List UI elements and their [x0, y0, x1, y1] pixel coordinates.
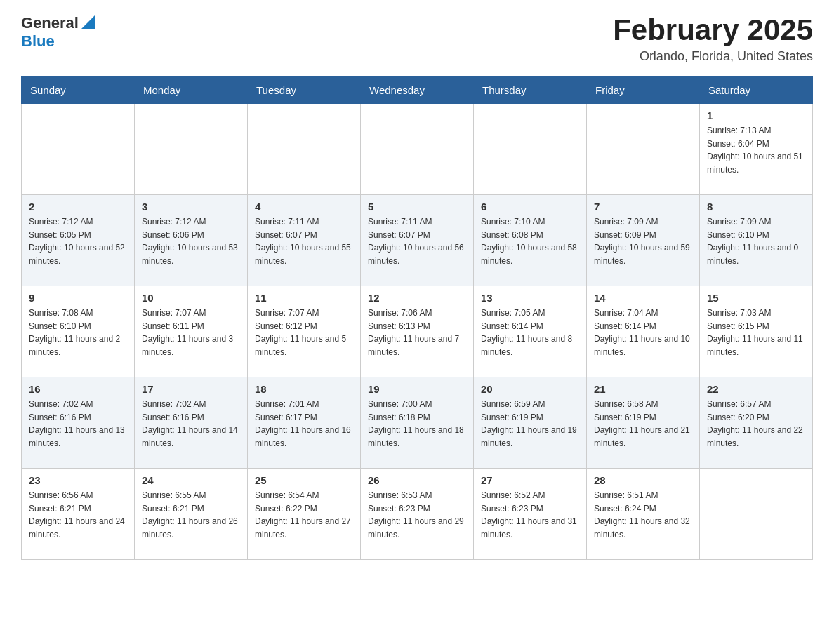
day-number: 8	[707, 201, 805, 213]
month-title: February 2025	[613, 14, 813, 46]
day-number: 22	[707, 383, 805, 395]
table-row: 3Sunrise: 7:12 AMSunset: 6:06 PMDaylight…	[135, 195, 248, 286]
header-friday: Friday	[587, 77, 700, 104]
calendar-week-row: 23Sunrise: 6:56 AMSunset: 6:21 PMDayligh…	[22, 469, 813, 560]
day-info: Sunrise: 7:05 AMSunset: 6:14 PMDaylight:…	[481, 307, 579, 358]
day-info: Sunrise: 7:00 AMSunset: 6:18 PMDaylight:…	[368, 398, 466, 450]
table-row: 1Sunrise: 7:13 AMSunset: 6:04 PMDaylight…	[700, 104, 813, 195]
day-info: Sunrise: 7:03 AMSunset: 6:15 PMDaylight:…	[707, 307, 805, 358]
table-row: 7Sunrise: 7:09 AMSunset: 6:09 PMDaylight…	[587, 195, 700, 286]
day-info: Sunrise: 7:13 AMSunset: 6:04 PMDaylight:…	[707, 124, 805, 176]
table-row: 14Sunrise: 7:04 AMSunset: 6:14 PMDayligh…	[587, 286, 700, 377]
table-row	[361, 104, 474, 195]
table-row	[22, 104, 135, 195]
table-row	[248, 104, 361, 195]
day-number: 17	[142, 383, 240, 395]
day-info: Sunrise: 7:07 AMSunset: 6:12 PMDaylight:…	[255, 307, 353, 358]
day-number: 2	[29, 201, 127, 213]
table-row: 28Sunrise: 6:51 AMSunset: 6:24 PMDayligh…	[587, 469, 700, 560]
day-info: Sunrise: 6:51 AMSunset: 6:24 PMDaylight:…	[594, 489, 692, 541]
table-row: 2Sunrise: 7:12 AMSunset: 6:05 PMDaylight…	[22, 195, 135, 286]
calendar-header-row: Sunday Monday Tuesday Wednesday Thursday…	[22, 77, 813, 104]
day-info: Sunrise: 7:12 AMSunset: 6:05 PMDaylight:…	[29, 215, 127, 267]
day-info: Sunrise: 6:55 AMSunset: 6:21 PMDaylight:…	[142, 489, 240, 541]
day-number: 26	[368, 474, 466, 486]
day-number: 27	[481, 474, 579, 486]
logo: General Blue	[21, 14, 95, 51]
header-wednesday: Wednesday	[361, 77, 474, 104]
table-row	[135, 104, 248, 195]
day-number: 9	[29, 292, 127, 304]
day-number: 3	[142, 201, 240, 213]
table-row: 26Sunrise: 6:53 AMSunset: 6:23 PMDayligh…	[361, 469, 474, 560]
day-number: 5	[368, 201, 466, 213]
day-info: Sunrise: 7:12 AMSunset: 6:06 PMDaylight:…	[142, 215, 240, 267]
day-number: 15	[707, 292, 805, 304]
day-number: 4	[255, 201, 353, 213]
day-number: 16	[29, 383, 127, 395]
table-row: 22Sunrise: 6:57 AMSunset: 6:20 PMDayligh…	[700, 377, 813, 469]
table-row: 18Sunrise: 7:01 AMSunset: 6:17 PMDayligh…	[248, 377, 361, 469]
day-number: 7	[594, 201, 692, 213]
day-info: Sunrise: 7:06 AMSunset: 6:13 PMDaylight:…	[368, 307, 466, 358]
day-number: 25	[255, 474, 353, 486]
title-section: February 2025 Orlando, Florida, United S…	[613, 14, 813, 64]
calendar-table: Sunday Monday Tuesday Wednesday Thursday…	[21, 76, 813, 560]
table-row	[587, 104, 700, 195]
table-row: 23Sunrise: 6:56 AMSunset: 6:21 PMDayligh…	[22, 469, 135, 560]
table-row: 12Sunrise: 7:06 AMSunset: 6:13 PMDayligh…	[361, 286, 474, 377]
day-number: 14	[594, 292, 692, 304]
day-info: Sunrise: 7:09 AMSunset: 6:10 PMDaylight:…	[707, 215, 805, 267]
day-info: Sunrise: 6:53 AMSunset: 6:23 PMDaylight:…	[368, 489, 466, 541]
day-info: Sunrise: 6:54 AMSunset: 6:22 PMDaylight:…	[255, 489, 353, 541]
day-number: 18	[255, 383, 353, 395]
day-number: 12	[368, 292, 466, 304]
table-row	[474, 104, 587, 195]
day-number: 28	[594, 474, 692, 486]
calendar-week-row: 1Sunrise: 7:13 AMSunset: 6:04 PMDaylight…	[22, 104, 813, 195]
logo-triangle-icon	[81, 15, 95, 29]
day-number: 21	[594, 383, 692, 395]
day-info: Sunrise: 7:08 AMSunset: 6:10 PMDaylight:…	[29, 307, 127, 358]
logo-general-text: General	[21, 14, 79, 32]
calendar-week-row: 2Sunrise: 7:12 AMSunset: 6:05 PMDaylight…	[22, 195, 813, 286]
day-number: 6	[481, 201, 579, 213]
table-row: 8Sunrise: 7:09 AMSunset: 6:10 PMDaylight…	[700, 195, 813, 286]
table-row: 9Sunrise: 7:08 AMSunset: 6:10 PMDaylight…	[22, 286, 135, 377]
day-info: Sunrise: 7:11 AMSunset: 6:07 PMDaylight:…	[255, 215, 353, 267]
table-row: 15Sunrise: 7:03 AMSunset: 6:15 PMDayligh…	[700, 286, 813, 377]
header-saturday: Saturday	[700, 77, 813, 104]
day-number: 19	[368, 383, 466, 395]
day-info: Sunrise: 7:11 AMSunset: 6:07 PMDaylight:…	[368, 215, 466, 267]
day-info: Sunrise: 6:56 AMSunset: 6:21 PMDaylight:…	[29, 489, 127, 541]
day-info: Sunrise: 7:02 AMSunset: 6:16 PMDaylight:…	[142, 398, 240, 450]
header-monday: Monday	[135, 77, 248, 104]
table-row: 27Sunrise: 6:52 AMSunset: 6:23 PMDayligh…	[474, 469, 587, 560]
table-row: 20Sunrise: 6:59 AMSunset: 6:19 PMDayligh…	[474, 377, 587, 469]
day-info: Sunrise: 7:10 AMSunset: 6:08 PMDaylight:…	[481, 215, 579, 267]
table-row: 13Sunrise: 7:05 AMSunset: 6:14 PMDayligh…	[474, 286, 587, 377]
calendar-week-row: 9Sunrise: 7:08 AMSunset: 6:10 PMDaylight…	[22, 286, 813, 377]
day-number: 10	[142, 292, 240, 304]
table-row: 25Sunrise: 6:54 AMSunset: 6:22 PMDayligh…	[248, 469, 361, 560]
table-row: 16Sunrise: 7:02 AMSunset: 6:16 PMDayligh…	[22, 377, 135, 469]
day-info: Sunrise: 7:07 AMSunset: 6:11 PMDaylight:…	[142, 307, 240, 358]
table-row	[700, 469, 813, 560]
day-info: Sunrise: 6:52 AMSunset: 6:23 PMDaylight:…	[481, 489, 579, 541]
day-number: 1	[707, 109, 805, 121]
day-info: Sunrise: 7:02 AMSunset: 6:16 PMDaylight:…	[29, 398, 127, 450]
header-tuesday: Tuesday	[248, 77, 361, 104]
day-info: Sunrise: 6:59 AMSunset: 6:19 PMDaylight:…	[481, 398, 579, 450]
calendar-week-row: 16Sunrise: 7:02 AMSunset: 6:16 PMDayligh…	[22, 377, 813, 469]
location-title: Orlando, Florida, United States	[613, 49, 813, 64]
header-sunday: Sunday	[22, 77, 135, 104]
page-header: General Blue February 2025 Orlando, Flor…	[21, 14, 813, 64]
day-info: Sunrise: 6:58 AMSunset: 6:19 PMDaylight:…	[594, 398, 692, 450]
day-info: Sunrise: 7:09 AMSunset: 6:09 PMDaylight:…	[594, 215, 692, 267]
table-row: 24Sunrise: 6:55 AMSunset: 6:21 PMDayligh…	[135, 469, 248, 560]
table-row: 10Sunrise: 7:07 AMSunset: 6:11 PMDayligh…	[135, 286, 248, 377]
table-row: 21Sunrise: 6:58 AMSunset: 6:19 PMDayligh…	[587, 377, 700, 469]
svg-marker-0	[81, 15, 95, 29]
logo-blue-text: Blue	[21, 32, 55, 51]
table-row: 5Sunrise: 7:11 AMSunset: 6:07 PMDaylight…	[361, 195, 474, 286]
